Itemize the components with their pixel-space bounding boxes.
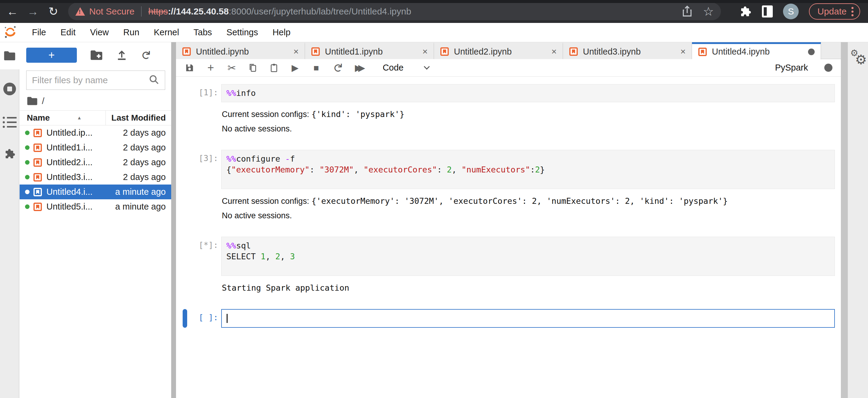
- sidebar-tab-extensions[interactable]: [0, 139, 19, 169]
- cell-editor[interactable]: %%sqlSELECT 1, 2, 3: [221, 237, 835, 276]
- file-row[interactable]: Untitled1.i...2 days ago: [20, 140, 171, 155]
- menu-kernel[interactable]: Kernel: [147, 27, 186, 37]
- notebook-file-icon: [33, 202, 42, 211]
- interrupt-kernel-button[interactable]: ■: [312, 63, 321, 73]
- kernel-name[interactable]: PySpark: [775, 63, 808, 73]
- save-button[interactable]: [185, 63, 194, 72]
- run-cell-button[interactable]: ▶: [290, 62, 300, 73]
- bookmark-star-icon[interactable]: ☆: [703, 4, 714, 19]
- file-name: Untitled3.i...: [46, 172, 102, 182]
- notebook-cell-1[interactable]: [3]:%%configure -f{"executorMemory": "30…: [176, 150, 841, 225]
- file-row[interactable]: Untitled.ip...2 days ago: [20, 125, 171, 140]
- cell-editor[interactable]: %%configure -f{"executorMemory": "3072M"…: [221, 150, 835, 189]
- jupyter-logo: [4, 25, 17, 40]
- not-secure-label[interactable]: Not Secure: [89, 6, 134, 17]
- filter-box[interactable]: [26, 70, 165, 90]
- browser-forward-button[interactable]: →: [25, 3, 41, 20]
- cell-outputs: Starting Spark application: [221, 283, 835, 293]
- menu-edit[interactable]: Edit: [53, 27, 83, 37]
- restart-run-all-button[interactable]: ▶▶: [355, 62, 365, 73]
- update-button[interactable]: Update: [809, 3, 860, 20]
- side-panel-icon[interactable]: [762, 5, 773, 18]
- cell-editor[interactable]: %%info: [221, 84, 835, 102]
- url-text[interactable]: https://144.25.40.58:8000/user/jupyterhu…: [148, 6, 411, 17]
- file-row[interactable]: Untitled4.i...a minute ago: [20, 185, 171, 199]
- menu-settings[interactable]: Settings: [219, 27, 265, 37]
- window-top-strip: [0, 0, 868, 3]
- output-line: No active sessions.: [222, 211, 835, 220]
- tab-untitled-ipynb[interactable]: Untitled.ipynb×: [176, 42, 305, 59]
- menu-view[interactable]: View: [83, 27, 116, 37]
- tab-close-icon[interactable]: ×: [551, 47, 557, 57]
- tab-untitled2-ipynb[interactable]: Untitled2.ipynb×: [434, 42, 563, 59]
- file-name: Untitled4.i...: [46, 187, 102, 197]
- cell-type-value: Code: [383, 63, 404, 73]
- cell-editor[interactable]: [221, 309, 835, 328]
- tab-untitled4-ipynb[interactable]: Untitled4.ipynb: [692, 42, 821, 59]
- left-activity-bar: [0, 42, 19, 398]
- menu-tabs[interactable]: Tabs: [186, 27, 219, 37]
- breadcrumb-root[interactable]: /: [42, 96, 44, 106]
- menu-help[interactable]: Help: [265, 27, 298, 37]
- browser-menu-kebab-icon[interactable]: [851, 7, 854, 16]
- browser-refresh-button[interactable]: ↻: [45, 3, 61, 20]
- copy-cells-button[interactable]: [248, 63, 257, 72]
- refresh-icon[interactable]: ↻: [141, 48, 151, 62]
- file-browser-toolbar: + ↻: [20, 42, 171, 64]
- share-icon[interactable]: [682, 5, 692, 18]
- column-header-last-modified[interactable]: Last Modified: [105, 111, 171, 125]
- panel-divider[interactable]: [171, 42, 176, 398]
- kernel-busy-indicator[interactable]: [824, 64, 832, 72]
- paste-cells-button[interactable]: [270, 63, 278, 72]
- notebook-cell-0[interactable]: [1]:%%infoCurrent session configs: {'kin…: [176, 84, 841, 139]
- breadcrumb[interactable]: /: [20, 90, 171, 110]
- extensions-puzzle-icon[interactable]: [739, 5, 752, 18]
- new-folder-icon[interactable]: [90, 50, 103, 61]
- tab-untitled1-ipynb[interactable]: Untitled1.ipynb×: [305, 42, 434, 59]
- file-list-header: Name ▲ Last Modified: [20, 110, 171, 125]
- notebook-file-icon: [182, 47, 191, 56]
- notebook-scrollbar[interactable]: [841, 42, 848, 398]
- cell-collapser[interactable]: [183, 237, 187, 298]
- column-header-name[interactable]: Name ▲: [20, 113, 105, 123]
- url-scheme: https: [148, 6, 168, 16]
- file-row[interactable]: Untitled5.i...a minute ago: [20, 199, 171, 214]
- browser-back-button[interactable]: ←: [4, 3, 21, 20]
- notebook-file-icon: [33, 128, 42, 137]
- menu-file[interactable]: File: [25, 27, 53, 37]
- kernel-running-dot: [25, 145, 30, 150]
- notebook-cell-3[interactable]: [ ]:: [176, 309, 841, 328]
- cell-collapser[interactable]: [183, 84, 187, 139]
- menu-run[interactable]: Run: [116, 27, 147, 37]
- tab-close-icon[interactable]: ×: [422, 47, 428, 57]
- tab-dirty-indicator[interactable]: [808, 49, 815, 55]
- file-row[interactable]: Untitled3.i...2 days ago: [20, 170, 171, 185]
- cell-collapser[interactable]: [183, 150, 187, 225]
- tab-close-icon[interactable]: ×: [293, 47, 299, 57]
- sidebar-tab-toc[interactable]: [0, 107, 19, 137]
- profile-avatar[interactable]: S: [783, 4, 799, 19]
- cut-cells-button[interactable]: ✂: [227, 62, 236, 74]
- notebook-file-icon: [311, 47, 320, 56]
- filter-files-input[interactable]: [32, 75, 149, 85]
- code-line: %%info: [226, 88, 830, 99]
- tab-close-icon[interactable]: ×: [680, 47, 686, 57]
- file-modified: a minute ago: [102, 187, 171, 197]
- tab-label: Untitled2.ipynb: [454, 47, 547, 57]
- cell-type-dropdown[interactable]: Code: [383, 63, 429, 73]
- file-name: Untitled1.i...: [46, 143, 102, 153]
- new-launcher-button[interactable]: +: [26, 48, 77, 63]
- address-bar[interactable]: Not Secure https://144.25.40.58:8000/use…: [68, 3, 721, 20]
- file-row[interactable]: Untitled2.i...2 days ago: [20, 155, 171, 170]
- sidebar-tab-filebrowser[interactable]: [0, 42, 19, 69]
- restart-kernel-button[interactable]: ↻: [333, 61, 343, 75]
- cell-main: %%infoCurrent session configs: {'kind': …: [221, 84, 835, 139]
- file-modified: 2 days ago: [102, 128, 171, 138]
- add-cell-button[interactable]: +: [206, 61, 215, 74]
- upload-icon[interactable]: [116, 50, 127, 61]
- code-line: SELECT 1, 2, 3: [226, 251, 830, 262]
- notebook-cell-2[interactable]: [*]:%%sqlSELECT 1, 2, 3Starting Spark ap…: [176, 237, 841, 298]
- cell-collapser[interactable]: [183, 309, 187, 328]
- sidebar-tab-running[interactable]: [0, 74, 19, 104]
- tab-untitled3-ipynb[interactable]: Untitled3.ipynb×: [563, 42, 692, 59]
